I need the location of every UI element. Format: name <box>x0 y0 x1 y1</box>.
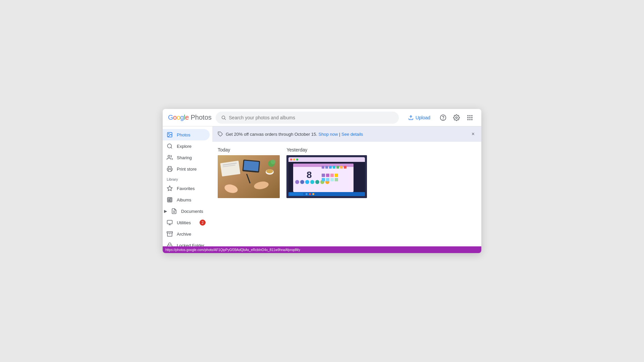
svg-point-69 <box>305 180 309 184</box>
help-button[interactable] <box>437 112 449 124</box>
svg-marker-21 <box>167 186 172 191</box>
sidebar-item-albums[interactable]: Albums <box>163 194 210 205</box>
svg-rect-52 <box>288 160 365 162</box>
sidebar-item-documents[interactable]: ▶ Documents <box>163 205 210 217</box>
svg-rect-60 <box>322 166 324 169</box>
app-header: Google Photos Upload <box>163 109 481 126</box>
svg-rect-65 <box>340 166 343 169</box>
photo-screenshot-image: 8 <box>286 155 367 198</box>
svg-rect-25 <box>170 198 171 201</box>
settings-icon <box>453 114 460 121</box>
sharing-icon <box>167 155 173 161</box>
svg-rect-13 <box>469 119 470 120</box>
svg-point-17 <box>167 144 171 148</box>
upload-button[interactable]: Upload <box>403 113 436 122</box>
expand-icon: ▶ <box>164 209 167 214</box>
sidebar-item-archive[interactable]: Archive <box>163 228 210 240</box>
svg-point-70 <box>310 180 314 184</box>
photos-icon <box>167 132 173 138</box>
explore-icon <box>167 143 173 149</box>
sidebar-item-print-store[interactable]: Print store <box>163 163 210 175</box>
svg-point-67 <box>295 180 299 184</box>
svg-point-19 <box>168 155 170 157</box>
svg-rect-61 <box>325 166 328 169</box>
svg-rect-74 <box>322 174 325 177</box>
sidebar-item-sharing[interactable]: Sharing <box>163 152 210 163</box>
svg-rect-12 <box>468 119 469 120</box>
date-section-today: Today <box>218 147 280 198</box>
photo-today-1[interactable] <box>218 155 280 198</box>
sidebar-item-utilities[interactable]: Utilities 2 <box>163 217 210 228</box>
svg-rect-14 <box>471 119 472 120</box>
svg-point-84 <box>306 193 308 195</box>
tag-icon <box>218 131 223 137</box>
date-label-today: Today <box>218 147 280 153</box>
svg-rect-24 <box>168 200 170 201</box>
svg-rect-28 <box>167 220 172 224</box>
archive-icon <box>167 231 173 237</box>
svg-point-85 <box>309 193 311 195</box>
svg-point-68 <box>300 180 304 184</box>
photos-wordmark: Photos <box>191 114 212 121</box>
date-label-yesterday: Yesterday <box>286 147 367 153</box>
svg-text:8: 8 <box>307 170 312 180</box>
url-text: https://photos.google.com/photo/AF1QipPy… <box>165 248 300 252</box>
utilities-badge: 2 <box>200 220 206 226</box>
banner-close-button[interactable]: × <box>470 130 476 138</box>
search-input[interactable] <box>229 115 393 120</box>
svg-rect-76 <box>330 174 334 177</box>
svg-rect-7 <box>469 115 470 116</box>
search-bar[interactable] <box>216 112 399 124</box>
shop-now-link[interactable]: Shop now <box>319 132 338 137</box>
promotion-banner: Get 20% off canvas orders through Octobe… <box>212 126 481 142</box>
sidebar-item-locked-folder[interactable]: Locked Folder <box>163 240 210 246</box>
date-section-yesterday: Yesterday <box>286 147 367 198</box>
sidebar-item-favorites[interactable]: Favorites <box>163 183 210 194</box>
banner-text: Get 20% off canvas orders through Octobe… <box>226 132 363 137</box>
help-icon <box>440 114 446 121</box>
apps-icon <box>467 114 473 121</box>
upload-icon <box>408 115 414 120</box>
svg-point-43 <box>266 169 273 173</box>
svg-point-0 <box>222 116 225 119</box>
photos-grid: Today <box>212 142 481 210</box>
svg-point-53 <box>290 159 292 161</box>
sidebar-item-explore[interactable]: Explore <box>163 140 210 152</box>
svg-point-48 <box>271 160 275 164</box>
svg-point-71 <box>315 180 319 184</box>
svg-point-5 <box>456 117 458 118</box>
photo-yesterday-1[interactable]: 8 <box>286 155 367 198</box>
svg-rect-23 <box>168 198 170 200</box>
svg-rect-37 <box>220 161 240 176</box>
svg-rect-66 <box>344 166 346 169</box>
header-actions: Upload <box>403 112 476 124</box>
photo-area: Get 20% off canvas orders through Octobe… <box>212 126 481 246</box>
svg-rect-83 <box>290 193 303 195</box>
svg-rect-11 <box>471 117 472 118</box>
logo: Google Photos <box>168 114 212 121</box>
google-wordmark: Google <box>168 114 189 121</box>
svg-line-18 <box>171 147 172 148</box>
settings-button[interactable] <box>450 112 463 124</box>
search-icon <box>221 115 226 120</box>
svg-point-54 <box>293 159 295 161</box>
sidebar-item-photos[interactable]: Photos <box>163 129 210 140</box>
url-bar: https://photos.google.com/photo/AF1QipPy… <box>163 246 481 253</box>
lock-icon <box>167 242 173 246</box>
svg-point-16 <box>168 133 169 134</box>
star-icon <box>167 185 173 191</box>
main-content: Photos Explore Sharing Print stor <box>163 126 481 246</box>
svg-point-86 <box>312 193 314 195</box>
photo-today-image <box>218 155 280 198</box>
apps-button[interactable] <box>464 112 476 124</box>
svg-rect-20 <box>168 170 171 172</box>
svg-rect-6 <box>468 115 469 116</box>
see-details-link[interactable]: See details <box>341 132 363 137</box>
library-section-label: Library <box>163 175 212 183</box>
svg-rect-81 <box>335 178 338 181</box>
svg-rect-10 <box>469 117 470 118</box>
svg-rect-77 <box>335 174 338 177</box>
svg-rect-78 <box>322 178 325 181</box>
document-icon <box>171 208 177 214</box>
svg-point-55 <box>296 159 298 161</box>
